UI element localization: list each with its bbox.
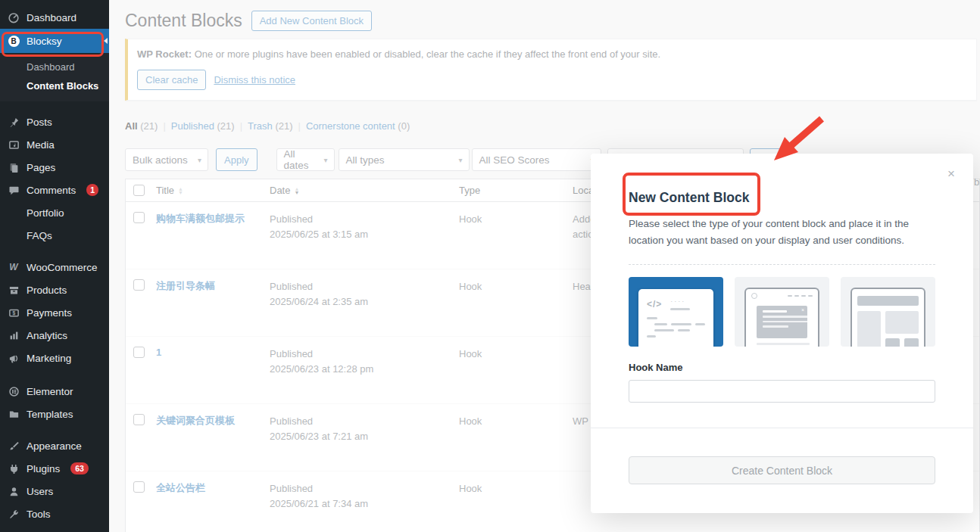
close-icon[interactable]: × bbox=[947, 167, 955, 180]
sidebar-label: Users bbox=[27, 486, 53, 497]
blocksy-icon: B bbox=[8, 35, 20, 47]
elementor-icon bbox=[8, 385, 20, 397]
tools-icon bbox=[8, 508, 20, 520]
sidebar-item-products[interactable]: Products bbox=[0, 278, 109, 301]
close-icon: × bbox=[801, 307, 804, 313]
svg-text:W: W bbox=[9, 262, 19, 272]
sidebar-label: Tools bbox=[27, 509, 51, 520]
pushpin-icon bbox=[8, 116, 20, 128]
submenu-item-dashboard[interactable]: Dashboard bbox=[0, 58, 109, 76]
appearance-icon bbox=[8, 440, 20, 452]
wordpress-admin-screen: Dashboard B Blocksy Dashboard Content Bl… bbox=[0, 0, 980, 532]
sidebar-label: Templates bbox=[27, 409, 73, 420]
menu-dashes bbox=[788, 295, 813, 297]
sidebar-item-elementor[interactable]: Elementor bbox=[0, 380, 109, 403]
sidebar-label: Payments bbox=[27, 307, 72, 319]
comments-count-badge: 1 bbox=[86, 184, 98, 196]
popup-template-preview: × bbox=[744, 288, 819, 347]
sidebar-item-posts[interactable]: Posts bbox=[0, 110, 109, 133]
payments-icon: $ bbox=[8, 306, 20, 319]
sidebar-item-plugins[interactable]: Plugins 63 bbox=[0, 457, 109, 480]
current-item-arrow bbox=[104, 38, 108, 44]
sidebar-item-comments[interactable]: Comments 1 bbox=[0, 179, 109, 201]
sidebar-label: WooCommerce bbox=[27, 262, 98, 273]
products-icon bbox=[8, 284, 20, 296]
svg-text:$: $ bbox=[12, 310, 15, 316]
woocommerce-icon: W bbox=[8, 261, 20, 273]
sidebar-item-templates[interactable]: Templates bbox=[0, 403, 109, 425]
sidebar-block bbox=[857, 311, 881, 347]
sidebar-label: Dashboard bbox=[27, 12, 76, 23]
sidebar-label: Portfolio bbox=[27, 207, 64, 219]
new-content-block-modal: × New Content Block Please select the ty… bbox=[591, 154, 973, 513]
sidebar-item-payments[interactable]: $ Payments bbox=[0, 301, 109, 324]
hook-template-option[interactable]: </> ···· bbox=[629, 277, 723, 347]
admin-sidebar: Dashboard B Blocksy Dashboard Content Bl… bbox=[0, 0, 109, 532]
sidebar-label: Appearance bbox=[27, 440, 82, 452]
sidebar-label: Blocksy bbox=[27, 36, 62, 47]
modal-footer-divider bbox=[591, 428, 973, 428]
users-icon bbox=[8, 485, 20, 497]
submenu-item-content-blocks[interactable]: Content Blocks bbox=[0, 76, 109, 95]
hook-template-preview: </> ···· bbox=[638, 289, 713, 347]
sidebar-item-appearance[interactable]: Appearance bbox=[0, 434, 109, 457]
media-icon bbox=[8, 138, 20, 151]
no-icon bbox=[8, 229, 20, 241]
comment-icon bbox=[8, 184, 20, 196]
sidebar-item-faqs[interactable]: FAQs bbox=[0, 224, 109, 247]
no-icon bbox=[8, 207, 20, 219]
template-template-option[interactable] bbox=[841, 277, 935, 347]
blocksy-submenu: Dashboard Content Blocks bbox=[0, 53, 109, 101]
plugins-count-badge: 63 bbox=[70, 462, 89, 474]
sidebar-label: Analytics bbox=[27, 330, 67, 341]
plugins-icon bbox=[8, 462, 20, 474]
sidebar-label: Plugins bbox=[27, 463, 60, 474]
sidebar-label: Products bbox=[27, 285, 67, 296]
sidebar-item-analytics[interactable]: Analytics bbox=[0, 324, 109, 347]
sidebar-item-marketing[interactable]: Marketing bbox=[0, 347, 109, 369]
template-template-preview bbox=[850, 288, 925, 347]
sidebar-label: Marketing bbox=[27, 353, 71, 364]
sidebar-label: FAQs bbox=[27, 230, 52, 241]
sidebar-item-blocksy[interactable]: B Blocksy bbox=[0, 29, 109, 53]
modal-description: Please select the type of your content b… bbox=[629, 216, 935, 248]
sidebar-label: Elementor bbox=[27, 386, 73, 397]
sidebar-item-tools[interactable]: Tools bbox=[0, 502, 109, 525]
sidebar-item-media[interactable]: Media bbox=[0, 133, 109, 156]
sidebar-label: Media bbox=[27, 139, 55, 151]
sidebar-item-woocommerce[interactable]: W WooCommerce bbox=[0, 256, 109, 278]
code-icon: </> bbox=[647, 299, 662, 310]
header-block bbox=[857, 296, 919, 306]
marketing-icon bbox=[8, 352, 20, 364]
modal-title: New Content Block bbox=[629, 190, 935, 206]
popup-mock: × bbox=[757, 306, 807, 338]
content-block bbox=[885, 311, 919, 334]
hook-name-label: Hook Name bbox=[629, 362, 935, 373]
sidebar-item-pages[interactable]: Pages bbox=[0, 156, 109, 179]
analytics-icon bbox=[8, 329, 20, 341]
sidebar-item-portfolio[interactable]: Portfolio bbox=[0, 201, 109, 224]
sidebar-item-dashboard[interactable]: Dashboard bbox=[0, 6, 109, 29]
grid-block bbox=[904, 338, 919, 347]
sidebar-label: Posts bbox=[27, 117, 52, 128]
sidebar-label: Comments bbox=[27, 185, 76, 196]
template-options: </> ···· × bbox=[629, 277, 935, 347]
templates-icon bbox=[8, 408, 20, 420]
sidebar-item-users[interactable]: Users bbox=[0, 480, 109, 502]
pages-icon bbox=[8, 161, 20, 173]
hook-name-input[interactable] bbox=[629, 380, 935, 403]
sidebar-label: Pages bbox=[27, 162, 55, 173]
create-content-block-button[interactable]: Create Content Block bbox=[629, 456, 935, 484]
wordpress-logo-icon bbox=[751, 293, 757, 299]
popup-template-option[interactable]: × bbox=[735, 277, 829, 347]
grid-block bbox=[885, 338, 900, 347]
dashboard-icon bbox=[8, 11, 20, 23]
dashed-divider bbox=[629, 264, 935, 265]
